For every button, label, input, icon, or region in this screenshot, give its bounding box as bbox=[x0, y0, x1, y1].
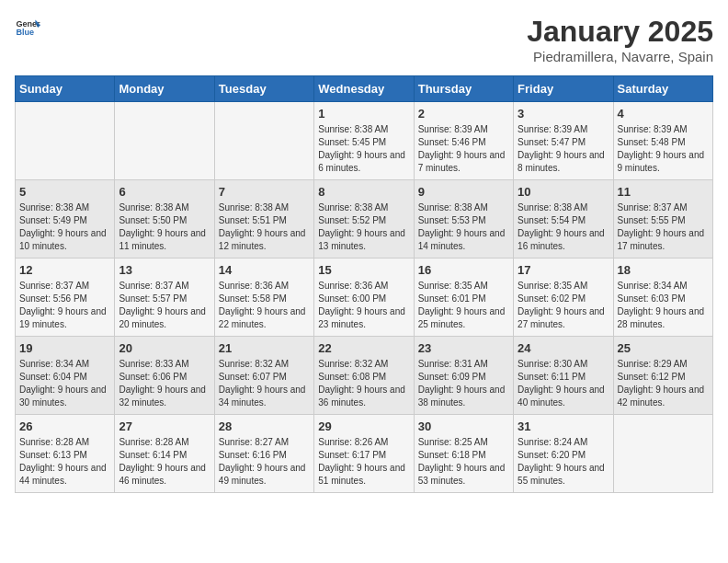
day-number: 16 bbox=[418, 263, 509, 277]
calendar-cell: 23Sunrise: 8:31 AM Sunset: 6:09 PM Dayli… bbox=[414, 337, 513, 415]
day-number: 15 bbox=[318, 263, 409, 277]
calendar-cell: 12Sunrise: 8:37 AM Sunset: 5:56 PM Dayli… bbox=[16, 259, 115, 337]
header-day-thursday: Thursday bbox=[414, 76, 513, 102]
calendar-cell: 15Sunrise: 8:36 AM Sunset: 6:00 PM Dayli… bbox=[314, 259, 414, 337]
header-day-friday: Friday bbox=[514, 76, 613, 102]
day-info: Sunrise: 8:37 AM Sunset: 5:56 PM Dayligh… bbox=[19, 280, 110, 331]
week-row-4: 19Sunrise: 8:34 AM Sunset: 6:04 PM Dayli… bbox=[16, 337, 713, 415]
header-day-tuesday: Tuesday bbox=[214, 76, 313, 102]
day-info: Sunrise: 8:31 AM Sunset: 6:09 PM Dayligh… bbox=[418, 358, 509, 409]
logo: General Blue bbox=[15, 15, 40, 40]
calendar-cell: 2Sunrise: 8:39 AM Sunset: 5:46 PM Daylig… bbox=[414, 102, 513, 180]
day-info: Sunrise: 8:38 AM Sunset: 5:50 PM Dayligh… bbox=[119, 201, 210, 253]
calendar-cell: 7Sunrise: 8:38 AM Sunset: 5:51 PM Daylig… bbox=[214, 180, 313, 259]
calendar-cell: 5Sunrise: 8:38 AM Sunset: 5:49 PM Daylig… bbox=[16, 180, 115, 259]
calendar-cell: 13Sunrise: 8:37 AM Sunset: 5:57 PM Dayli… bbox=[115, 259, 214, 337]
week-row-1: 1Sunrise: 8:38 AM Sunset: 5:45 PM Daylig… bbox=[16, 102, 713, 180]
calendar-subtitle: Piedramillera, Navarre, Spain bbox=[527, 49, 713, 64]
logo-icon: General Blue bbox=[15, 15, 40, 40]
day-info: Sunrise: 8:35 AM Sunset: 6:02 PM Dayligh… bbox=[518, 280, 609, 331]
calendar-cell bbox=[115, 102, 214, 180]
day-number: 24 bbox=[518, 341, 609, 355]
day-number: 25 bbox=[618, 341, 709, 355]
day-info: Sunrise: 8:24 AM Sunset: 6:20 PM Dayligh… bbox=[518, 436, 609, 488]
calendar-cell: 22Sunrise: 8:32 AM Sunset: 6:08 PM Dayli… bbox=[314, 337, 414, 415]
day-info: Sunrise: 8:38 AM Sunset: 5:49 PM Dayligh… bbox=[19, 201, 110, 253]
calendar-cell: 30Sunrise: 8:25 AM Sunset: 6:18 PM Dayli… bbox=[414, 415, 513, 493]
day-info: Sunrise: 8:38 AM Sunset: 5:51 PM Dayligh… bbox=[219, 201, 310, 253]
day-number: 11 bbox=[618, 185, 709, 199]
day-number: 18 bbox=[618, 263, 709, 277]
calendar-cell: 20Sunrise: 8:33 AM Sunset: 6:06 PM Dayli… bbox=[115, 337, 214, 415]
day-info: Sunrise: 8:29 AM Sunset: 6:12 PM Dayligh… bbox=[618, 358, 709, 409]
day-number: 28 bbox=[219, 419, 310, 433]
day-number: 14 bbox=[219, 263, 310, 277]
day-number: 17 bbox=[518, 263, 609, 277]
calendar-cell: 24Sunrise: 8:30 AM Sunset: 6:11 PM Dayli… bbox=[514, 337, 613, 415]
day-info: Sunrise: 8:30 AM Sunset: 6:11 PM Dayligh… bbox=[518, 358, 609, 409]
day-number: 27 bbox=[119, 419, 210, 433]
title-area: January 2025 Piedramillera, Navarre, Spa… bbox=[527, 15, 713, 64]
calendar-cell bbox=[613, 415, 712, 493]
day-number: 3 bbox=[518, 107, 609, 121]
day-info: Sunrise: 8:38 AM Sunset: 5:53 PM Dayligh… bbox=[418, 201, 509, 253]
calendar-cell: 1Sunrise: 8:38 AM Sunset: 5:45 PM Daylig… bbox=[314, 102, 414, 180]
calendar-cell: 26Sunrise: 8:28 AM Sunset: 6:13 PM Dayli… bbox=[16, 415, 115, 493]
day-number: 22 bbox=[318, 341, 409, 355]
day-number: 29 bbox=[318, 419, 409, 433]
day-number: 8 bbox=[318, 185, 409, 199]
header-day-wednesday: Wednesday bbox=[314, 76, 414, 102]
day-info: Sunrise: 8:28 AM Sunset: 6:14 PM Dayligh… bbox=[119, 436, 210, 488]
day-info: Sunrise: 8:32 AM Sunset: 6:08 PM Dayligh… bbox=[318, 358, 409, 409]
day-number: 31 bbox=[518, 419, 609, 433]
calendar-cell: 27Sunrise: 8:28 AM Sunset: 6:14 PM Dayli… bbox=[115, 415, 214, 493]
day-info: Sunrise: 8:37 AM Sunset: 5:57 PM Dayligh… bbox=[119, 280, 210, 331]
day-number: 23 bbox=[418, 341, 509, 355]
calendar-cell: 4Sunrise: 8:39 AM Sunset: 5:48 PM Daylig… bbox=[613, 102, 712, 180]
day-info: Sunrise: 8:37 AM Sunset: 5:55 PM Dayligh… bbox=[618, 201, 709, 253]
day-info: Sunrise: 8:38 AM Sunset: 5:45 PM Dayligh… bbox=[318, 123, 409, 175]
calendar-cell: 3Sunrise: 8:39 AM Sunset: 5:47 PM Daylig… bbox=[514, 102, 613, 180]
calendar-cell: 21Sunrise: 8:32 AM Sunset: 6:07 PM Dayli… bbox=[214, 337, 313, 415]
calendar-cell bbox=[16, 102, 115, 180]
day-number: 10 bbox=[518, 185, 609, 199]
week-row-2: 5Sunrise: 8:38 AM Sunset: 5:49 PM Daylig… bbox=[16, 180, 713, 259]
day-info: Sunrise: 8:36 AM Sunset: 6:00 PM Dayligh… bbox=[318, 280, 409, 331]
calendar-title: January 2025 bbox=[527, 15, 713, 49]
calendar-cell: 14Sunrise: 8:36 AM Sunset: 5:58 PM Dayli… bbox=[214, 259, 313, 337]
day-info: Sunrise: 8:39 AM Sunset: 5:47 PM Dayligh… bbox=[518, 123, 609, 175]
day-info: Sunrise: 8:25 AM Sunset: 6:18 PM Dayligh… bbox=[418, 436, 509, 488]
day-number: 6 bbox=[119, 185, 210, 199]
calendar-cell: 31Sunrise: 8:24 AM Sunset: 6:20 PM Dayli… bbox=[514, 415, 613, 493]
day-number: 30 bbox=[418, 419, 509, 433]
header-day-sunday: Sunday bbox=[16, 76, 115, 102]
day-info: Sunrise: 8:35 AM Sunset: 6:01 PM Dayligh… bbox=[418, 280, 509, 331]
header-day-monday: Monday bbox=[115, 76, 214, 102]
calendar-cell: 17Sunrise: 8:35 AM Sunset: 6:02 PM Dayli… bbox=[514, 259, 613, 337]
calendar-cell: 16Sunrise: 8:35 AM Sunset: 6:01 PM Dayli… bbox=[414, 259, 513, 337]
day-info: Sunrise: 8:34 AM Sunset: 6:03 PM Dayligh… bbox=[618, 280, 709, 331]
day-info: Sunrise: 8:26 AM Sunset: 6:17 PM Dayligh… bbox=[318, 436, 409, 488]
day-info: Sunrise: 8:32 AM Sunset: 6:07 PM Dayligh… bbox=[219, 358, 310, 409]
day-info: Sunrise: 8:27 AM Sunset: 6:16 PM Dayligh… bbox=[219, 436, 310, 488]
day-number: 13 bbox=[119, 263, 210, 277]
calendar-cell: 18Sunrise: 8:34 AM Sunset: 6:03 PM Dayli… bbox=[613, 259, 712, 337]
calendar-cell bbox=[214, 102, 313, 180]
day-number: 12 bbox=[19, 263, 110, 277]
calendar-cell: 19Sunrise: 8:34 AM Sunset: 6:04 PM Dayli… bbox=[16, 337, 115, 415]
day-number: 21 bbox=[219, 341, 310, 355]
calendar-cell: 8Sunrise: 8:38 AM Sunset: 5:52 PM Daylig… bbox=[314, 180, 414, 259]
day-info: Sunrise: 8:38 AM Sunset: 5:52 PM Dayligh… bbox=[318, 201, 409, 253]
day-info: Sunrise: 8:38 AM Sunset: 5:54 PM Dayligh… bbox=[518, 201, 609, 253]
svg-text:Blue: Blue bbox=[16, 28, 34, 37]
week-row-5: 26Sunrise: 8:28 AM Sunset: 6:13 PM Dayli… bbox=[16, 415, 713, 493]
day-number: 20 bbox=[119, 341, 210, 355]
calendar-header-row: SundayMondayTuesdayWednesdayThursdayFrid… bbox=[16, 76, 713, 102]
header-day-saturday: Saturday bbox=[613, 76, 712, 102]
day-info: Sunrise: 8:39 AM Sunset: 5:48 PM Dayligh… bbox=[618, 123, 709, 175]
day-number: 5 bbox=[19, 185, 110, 199]
calendar-cell: 29Sunrise: 8:26 AM Sunset: 6:17 PM Dayli… bbox=[314, 415, 414, 493]
day-info: Sunrise: 8:34 AM Sunset: 6:04 PM Dayligh… bbox=[19, 358, 110, 409]
day-number: 4 bbox=[618, 107, 709, 121]
calendar-cell: 11Sunrise: 8:37 AM Sunset: 5:55 PM Dayli… bbox=[613, 180, 712, 259]
